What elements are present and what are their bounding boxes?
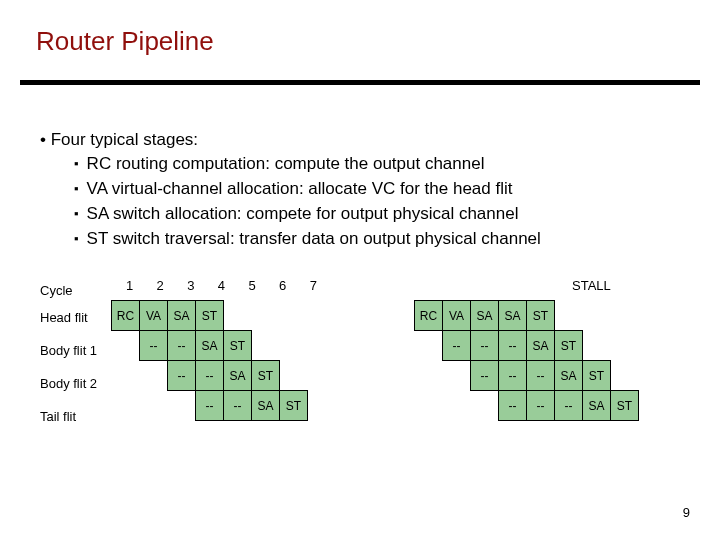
cell: --: [471, 331, 499, 361]
cell: --: [499, 331, 527, 361]
cell: --: [527, 391, 555, 421]
bullet-rc: RC routing computation: compute the outp…: [74, 152, 541, 177]
intro-block: • Four typical stages: RC routing comput…: [40, 128, 541, 252]
row-labels: Cycle Head flit Body flit 1 Body flit 2 …: [40, 279, 97, 433]
cycle-6: 6: [269, 278, 296, 293]
cell: ST: [196, 301, 224, 331]
cell: ST: [224, 331, 252, 361]
cycle-1: 1: [116, 278, 143, 293]
cell: --: [224, 391, 252, 421]
row-label-tail: Tail flit: [40, 400, 97, 433]
cycle-3: 3: [177, 278, 204, 293]
cell: SA: [527, 331, 555, 361]
cell: SA: [499, 301, 527, 331]
row-label-body1: Body flit 1: [40, 334, 97, 367]
intro-lead: • Four typical stages:: [40, 128, 541, 152]
cell: --: [196, 391, 224, 421]
slide-title: Router Pipeline: [36, 26, 214, 57]
cell: SA: [555, 361, 583, 391]
pipeline-stall: RC VA SA SA ST -- -- -- SA ST -- -- -- S…: [414, 300, 639, 421]
cell: SA: [168, 301, 196, 331]
cell: VA: [443, 301, 471, 331]
cell: SA: [583, 391, 611, 421]
bullet-sa: SA switch allocation: compete for output…: [74, 202, 541, 227]
page-number: 9: [683, 505, 690, 520]
cell: --: [499, 361, 527, 391]
cell: VA: [140, 301, 168, 331]
cell: SA: [252, 391, 280, 421]
cell: ST: [611, 391, 639, 421]
cycle-5: 5: [239, 278, 266, 293]
cell: --: [527, 361, 555, 391]
title-rule: [20, 80, 700, 85]
bullet-va: VA virtual-channel allocation: allocate …: [74, 177, 541, 202]
intro-lead-text: Four typical stages:: [51, 130, 198, 149]
cell: ST: [583, 361, 611, 391]
bullet-st: ST switch traversal: transfer data on ou…: [74, 227, 541, 252]
cycle-label: Cycle: [40, 279, 97, 301]
cell: SA: [196, 331, 224, 361]
cell: --: [196, 361, 224, 391]
cell: ST: [280, 391, 308, 421]
cell: --: [555, 391, 583, 421]
cycle-2: 2: [147, 278, 174, 293]
cell: --: [499, 391, 527, 421]
cycle-numbers: 1 2 3 4 5 6 7: [116, 278, 327, 293]
intro-bullets: RC routing computation: compute the outp…: [74, 152, 541, 252]
cell: RC: [112, 301, 140, 331]
row-label-body2: Body flit 2: [40, 367, 97, 400]
row-label-head: Head flit: [40, 301, 97, 334]
cell: --: [168, 361, 196, 391]
cycle-7: 7: [300, 278, 327, 293]
cell: --: [443, 331, 471, 361]
cell: --: [140, 331, 168, 361]
cell: ST: [252, 361, 280, 391]
cell: RC: [415, 301, 443, 331]
cell: --: [168, 331, 196, 361]
cell: SA: [471, 301, 499, 331]
cycle-4: 4: [208, 278, 235, 293]
cell: --: [471, 361, 499, 391]
cell: ST: [527, 301, 555, 331]
pipeline-normal: RC VA SA ST -- -- SA ST -- -- SA ST -- -…: [111, 300, 308, 421]
cell: SA: [224, 361, 252, 391]
stall-label: STALL: [572, 278, 611, 293]
cell: ST: [555, 331, 583, 361]
